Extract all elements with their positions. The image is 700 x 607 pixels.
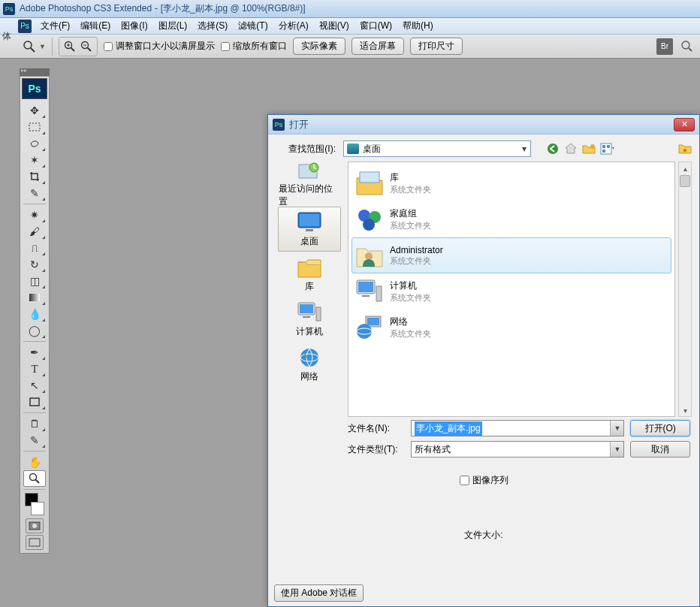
zoom-tool-icon[interactable] [21,38,38,55]
menu-select[interactable]: 选择(S) [193,18,232,34]
hand-tool[interactable]: ✋ [23,454,46,470]
zoom-out-icon[interactable] [78,38,95,55]
shape-tool[interactable] [23,394,46,410]
filetype-combo[interactable]: 所有格式 ▼ [411,441,625,458]
wand-tool[interactable]: ✶ [23,152,46,168]
image-sequence-checkbox[interactable] [460,476,469,485]
healing-tool[interactable]: ✷ [23,207,46,223]
dialog-titlebar[interactable]: Ps 打开 ✕ [268,115,699,134]
library-place-icon [297,256,322,279]
eyedropper2-tool[interactable]: ✎ [23,432,46,448]
recent-icon [297,160,322,181]
print-size-button[interactable]: 打印尺寸 [410,38,463,55]
pen-tool[interactable]: ✒ [23,344,46,361]
scroll-up-icon[interactable]: ▴ [679,162,691,174]
menu-analysis[interactable]: 分析(A) [274,18,313,34]
network-icon [355,313,384,342]
fit-window-checkbox[interactable]: 调整窗口大小以满屏显示 [104,40,215,53]
bridge-icon[interactable]: Br [656,38,673,55]
library-icon [355,169,384,198]
panel-tab-well[interactable] [20,68,50,76]
history-brush-tool[interactable]: ↻ [23,256,46,273]
file-item-homegroup[interactable]: 家庭组系统文件夹 [352,201,671,237]
dodge-tool[interactable]: ◯ [23,322,46,339]
svg-rect-29 [306,229,313,231]
use-adobe-dialog-button[interactable]: 使用 Adobe 对话框 [274,584,364,602]
lookin-combo[interactable]: 桌面 ▾ [343,140,531,157]
desktop-place-icon [297,211,322,234]
menu-file[interactable]: 文件(F) [36,18,74,34]
svg-rect-31 [300,304,313,313]
app-icon: Ps [3,3,15,15]
eraser-tool[interactable]: ◫ [23,273,46,289]
zoom-in-icon[interactable] [62,38,78,55]
view-menu-icon[interactable] [600,142,614,156]
dialog-close-button[interactable]: ✕ [674,118,695,131]
notes-tool[interactable]: 🗒 [23,415,46,432]
image-sequence-label: 图像序列 [472,474,508,487]
up-icon[interactable] [564,142,578,156]
svg-rect-11 [29,123,40,131]
new-folder-icon[interactable] [582,142,596,156]
computer-place-icon [297,301,322,324]
zoom-all-checkbox[interactable]: 缩放所有窗口 [221,40,287,53]
favorites-icon[interactable] [678,142,692,156]
scroll-thumb[interactable] [680,175,690,187]
menu-filter[interactable]: 滤镜(T) [234,18,272,34]
cancel-button[interactable]: 取消 [630,441,690,458]
place-network[interactable]: 网络 [278,342,341,387]
marquee-tool[interactable] [23,119,46,135]
places-bar: 最近访问的位置 桌面 库 计算机 网络 [276,162,343,417]
actual-pixels-button[interactable]: 实际像素 [293,38,345,55]
place-desktop[interactable]: 桌面 [278,207,341,252]
gradient-tool[interactable] [23,289,46,306]
move-tool[interactable]: ✥ [23,102,46,119]
screenmode-toggle[interactable] [26,535,44,550]
svg-rect-22 [602,145,605,148]
chevron-down-icon[interactable]: ▼ [610,442,623,457]
scroll-down-icon[interactable]: ▾ [679,404,691,416]
file-item-network[interactable]: 网络系统文件夹 [352,310,671,346]
file-item-library[interactable]: 库系统文件夹 [352,165,671,201]
menu-layer[interactable]: 图层(L) [154,18,192,34]
open-button[interactable]: 打开(O) [630,420,690,436]
blur-tool[interactable]: 💧 [23,306,46,322]
zoom-tool[interactable] [23,470,46,487]
menu-window[interactable]: 窗口(W) [355,18,397,34]
place-library[interactable]: 库 [278,252,341,297]
svg-rect-36 [360,172,379,183]
menu-view[interactable]: 视图(V) [315,18,354,34]
ps-menu-icon[interactable]: Ps [18,20,32,33]
color-swatches[interactable] [25,493,44,515]
desktop-icon [347,143,359,154]
quickmask-toggle[interactable] [26,518,44,533]
menu-image[interactable]: 图像(I) [116,18,152,34]
filename-combo[interactable]: 李小龙_副本.jpg ▼ [411,420,625,436]
place-recent[interactable]: 最近访问的位置 [278,162,341,207]
path-select-tool[interactable]: ↖ [23,377,46,394]
titlebar: Ps Adobe Photoshop CS3 Extended - [李小龙_副… [0,0,700,18]
background-color[interactable] [31,502,44,515]
menu-help[interactable]: 帮助(H) [398,18,438,34]
file-list-scrollbar[interactable]: ▴ ▾ [678,162,692,417]
type-tool[interactable]: T [23,361,46,377]
place-computer[interactable]: 计算机 [278,297,341,342]
file-item-computer[interactable]: 计算机系统文件夹 [352,273,671,310]
lasso-tool[interactable] [23,135,46,152]
chevron-down-icon[interactable]: ▾ [518,141,530,156]
computer-icon [355,277,384,306]
fit-screen-button[interactable]: 适合屏幕 [352,38,404,55]
file-list[interactable]: 库系统文件夹 家庭组系统文件夹 Administrator系统文件夹 计算机系统… [348,162,675,417]
crop-tool[interactable] [23,168,46,185]
brush-tool[interactable]: 🖌 [23,223,46,240]
chevron-down-icon[interactable]: ▼ [610,421,623,436]
svg-rect-28 [300,214,319,226]
eyedropper-tool[interactable]: ✎ [23,185,46,201]
back-icon[interactable] [546,142,560,156]
workspace-icon[interactable] [679,38,695,55]
lookin-label: 查找范围(I): [283,143,336,156]
svg-rect-42 [358,282,373,292]
stamp-tool[interactable]: ⎍ [23,240,46,256]
file-item-administrator[interactable]: Administrator系统文件夹 [352,237,671,273]
menu-edit[interactable]: 编辑(E) [76,18,115,34]
